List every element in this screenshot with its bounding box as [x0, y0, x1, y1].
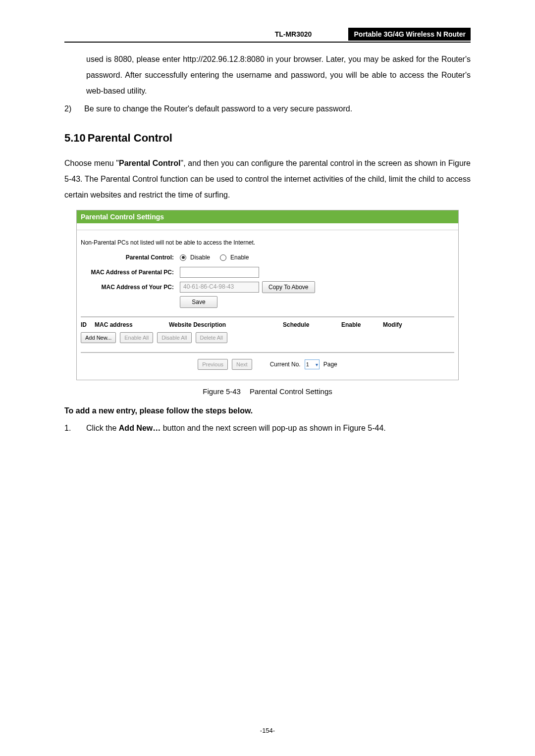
figure-caption: Figure 5-43Parental Control Settings — [64, 387, 471, 396]
enable-all-button[interactable]: Enable All — [120, 332, 153, 343]
next-button[interactable]: Next — [232, 359, 252, 370]
section-paragraph: Choose menu "Parental Control", and then… — [64, 155, 471, 203]
section-number: 5.10 — [64, 132, 86, 145]
label-mac-your: MAC Address of Your PC: — [81, 284, 180, 291]
list-item-2-text: Be sure to change the Router's default p… — [84, 104, 352, 113]
body-text-continuation: used is 8080, please enter http://202.96… — [64, 51, 471, 99]
col-modify: Modify — [383, 321, 402, 328]
page-number: -154- — [0, 727, 535, 734]
disable-all-button[interactable]: Disable All — [157, 332, 191, 343]
col-enable: Enable — [341, 321, 383, 328]
instruction-heading: To add a new entry, please follow the st… — [64, 406, 471, 415]
pager: Previous Next Current No. 1 ▾ Page — [81, 356, 454, 375]
radio-enable-label: Enable — [230, 254, 249, 261]
page-select[interactable]: 1 ▾ — [305, 359, 320, 369]
copy-to-above-button[interactable]: Copy To Above — [262, 281, 315, 293]
model-code: TL-MR3020 — [269, 28, 317, 38]
col-schedule: Schedule — [283, 321, 341, 328]
col-desc: Website Description — [169, 321, 283, 328]
input-mac-parental[interactable] — [180, 267, 259, 278]
panel-note: Non-Parental PCs not listed will not be … — [81, 239, 454, 246]
table-header: ID MAC address Website Description Sched… — [81, 319, 454, 331]
radio-enable[interactable] — [220, 254, 226, 261]
chevron-down-icon: ▾ — [316, 362, 318, 367]
panel-title: Parental Control Settings — [77, 210, 458, 224]
list-num-2: 2) — [64, 101, 84, 117]
section-title: Parental Control — [88, 132, 172, 144]
step-1: 1. Click the Add New… button and the nex… — [64, 420, 471, 436]
product-name: Portable 3G/4G Wireless N Router — [348, 28, 471, 41]
doc-header: TL-MR3020 Portable 3G/4G Wireless N Rout… — [64, 28, 471, 43]
add-new-button[interactable]: Add New... — [81, 332, 116, 343]
col-id: ID — [81, 321, 95, 328]
label-parental-control: Parental Control: — [81, 254, 180, 261]
pager-page-label: Page — [323, 361, 337, 368]
col-mac: MAC address — [95, 321, 169, 328]
label-mac-parental: MAC Address of Parental PC: — [81, 269, 180, 276]
radio-disable[interactable] — [180, 254, 186, 261]
parental-control-panel: Parental Control Settings Non-Parental P… — [76, 210, 459, 380]
previous-button[interactable]: Previous — [198, 359, 228, 370]
step-1-number: 1. — [64, 420, 86, 436]
cont-paragraph: used is 8080, please enter http://202.96… — [64, 51, 471, 99]
radio-disable-label: Disable — [190, 254, 210, 261]
save-button[interactable]: Save — [180, 296, 217, 308]
input-mac-your[interactable]: 40-61-86-C4-98-43 — [180, 282, 259, 293]
delete-all-button[interactable]: Delete All — [196, 332, 227, 343]
pager-current-label: Current No. — [270, 361, 301, 368]
section-heading: 5.10Parental Control — [64, 132, 471, 145]
